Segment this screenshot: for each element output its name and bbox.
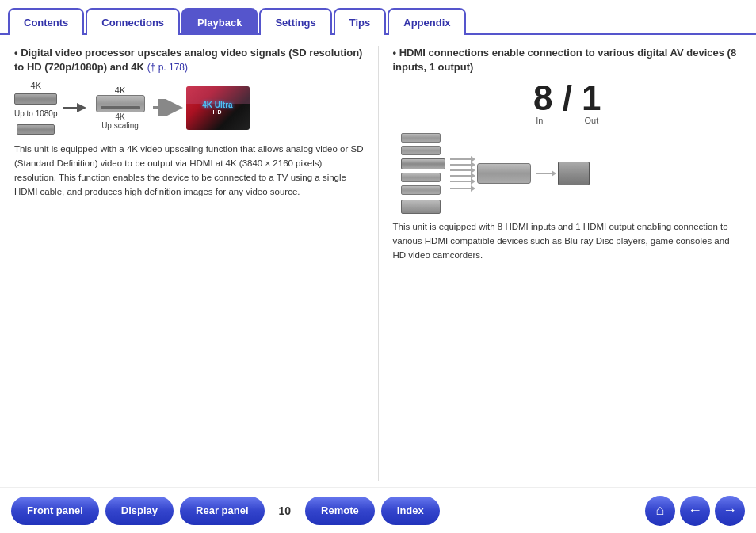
right-description: This unit is equipped with 8 HDMI inputs… (393, 220, 743, 262)
uhd-sub: HD (212, 109, 222, 115)
forward-button[interactable]: → (715, 496, 745, 526)
hdmi-source-devices (401, 133, 445, 214)
hdmi-diagram (401, 133, 743, 214)
source-device-box (14, 93, 57, 105)
tab-playback[interactable]: Playback (181, 8, 258, 35)
hdmi-arrow-5 (450, 181, 472, 182)
hdmi-tv (558, 162, 590, 185)
hdmi-arrow-4 (450, 175, 472, 177)
av-receiver-block: 4K 4K Up scaling (96, 86, 145, 130)
hdmi-tv-block (558, 162, 590, 185)
hdmi-receiver-block (477, 163, 531, 184)
hdmi-receiver (477, 163, 531, 184)
arrow-svg-1 (61, 101, 90, 114)
hdmi-device-4 (401, 173, 441, 182)
main-content: Digital video processor upscales analog … (0, 35, 756, 487)
tab-settings[interactable]: Settings (259, 8, 331, 35)
back-button[interactable]: ← (680, 496, 710, 526)
upscale-label: 4K Up scaling (101, 112, 139, 130)
bottom-nav-right: ⌂ ← → (645, 496, 745, 526)
hdmi-device-6 (401, 200, 441, 214)
home-icon: ⌂ (656, 502, 665, 519)
left-bullet-title: Digital video processor upscales analog … (14, 46, 364, 74)
tab-appendix[interactable]: Appendix (388, 8, 466, 35)
hdmi-arrow-3 (450, 169, 472, 171)
hdmi-device-3 (401, 158, 445, 169)
bottom-nav: Front panel Display Rear panel 10 Remote… (0, 487, 756, 533)
rear-panel-button[interactable]: Rear panel (180, 497, 264, 525)
forward-icon: → (723, 502, 737, 519)
up-1080-label: Up to 1080p (14, 109, 58, 118)
dvd-device-2 (17, 124, 55, 135)
hdmi-device-2 (401, 146, 441, 155)
dvd-device-1 (14, 93, 57, 105)
right-panel: HDMI connections enable connection to va… (379, 46, 743, 481)
hdmi-arrow-1 (450, 158, 472, 160)
hdmi-in-out-labels: In Out (393, 116, 743, 125)
page-ref: († p. 178) (147, 62, 188, 73)
tab-contents[interactable]: Contents (8, 8, 84, 35)
hdmi-arrows (450, 158, 472, 189)
hdmi-device-5 (401, 185, 441, 195)
page-number: 10 (271, 504, 300, 517)
remote-button[interactable]: Remote (305, 497, 375, 525)
uhd-text: 4K Ultra (202, 101, 232, 109)
index-button[interactable]: Index (381, 497, 440, 525)
in-label: In (536, 116, 543, 125)
front-panel-button[interactable]: Front panel (11, 497, 99, 525)
back-icon: ← (688, 502, 702, 519)
hdmi-count-number: 8 / 1 (393, 81, 743, 116)
arrow-2 (151, 99, 183, 116)
tab-connections[interactable]: Connections (86, 8, 180, 35)
bottom-nav-left: Front panel Display Rear panel 10 Remote… (11, 497, 440, 525)
hdmi-arrow-6 (450, 188, 472, 189)
out-label: Out (584, 116, 598, 125)
4k-diagram: 4K Up to 1080p (14, 81, 364, 135)
source-devices: 4K Up to 1080p (14, 81, 58, 135)
hdmi-output-arrow-block (536, 173, 553, 174)
4k-tv-display: 4K Ultra HD (186, 86, 250, 130)
arrow-1 (61, 101, 90, 114)
left-description: This unit is equipped with a 4K video up… (14, 143, 364, 199)
home-button[interactable]: ⌂ (645, 496, 675, 526)
label-4k-right: 4K (115, 86, 125, 95)
label-4k-top: 4K (31, 81, 41, 90)
hdmi-arrow-2 (450, 164, 472, 166)
av-receiver (96, 95, 145, 112)
hdmi-count-block: 8 / 1 In Out (393, 81, 743, 125)
hdmi-device-1 (401, 133, 441, 143)
left-panel: Digital video processor upscales analog … (14, 46, 379, 481)
right-bullet-title: HDMI connections enable connection to va… (393, 46, 743, 74)
arrow-svg-2 (151, 99, 183, 116)
tab-tips[interactable]: Tips (334, 8, 387, 35)
display-button[interactable]: Display (105, 497, 174, 525)
nav-tabs: Contents Connections Playback Settings T… (0, 0, 756, 35)
hdmi-output-arrow (536, 173, 553, 174)
